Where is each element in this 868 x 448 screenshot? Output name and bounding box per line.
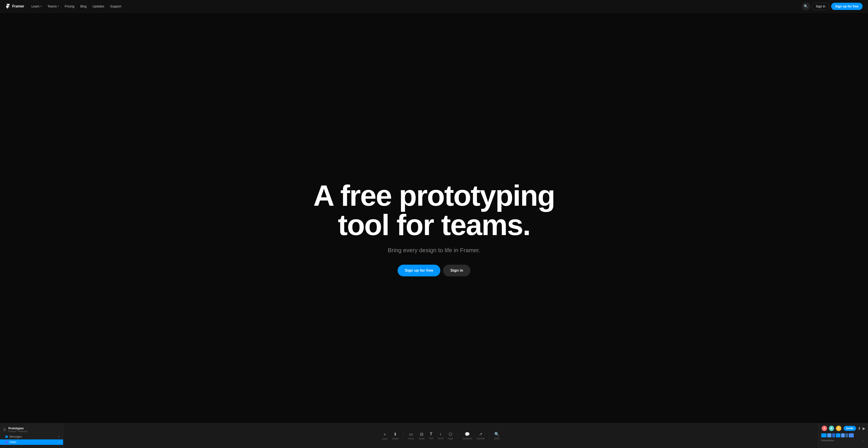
layer-label: Messages [9,435,22,438]
tool-comment[interactable]: 💬 Comment [463,432,472,440]
tool-scroll[interactable]: ↕ Scroll [438,432,443,440]
tool-stack[interactable]: ⊟ Stack [419,432,425,440]
layer-dot-icon [5,441,8,443]
project-info: Prototypes Framer / Release [8,426,28,433]
hero-signup-button[interactable]: Sign up for free [398,265,440,276]
tool-import[interactable]: ⬇ Import [392,432,399,440]
hero-subtitle: Bring every design to life in Framer. [388,247,480,254]
interactions-label-text: Interactions [821,439,834,442]
tool-text[interactable]: T Text [429,432,433,440]
framer-logo-icon [5,4,10,9]
interaction-bars [821,433,865,437]
nav-teams[interactable]: Teams ▾ [45,3,61,9]
avatar-2: B [829,425,835,432]
interaction-bar-4 [836,433,840,437]
text-icon: T [430,432,432,437]
import-icon: ⬇ [394,432,397,437]
tool-insert[interactable]: ＋ Insert [382,432,388,440]
share-icon[interactable]: ⬆ [858,426,861,430]
hero-title: A free prototyping tool for teams. [310,181,558,240]
nav-signup-button[interactable]: Sign up for free [831,3,863,10]
interactions-row: Interactions ＋ [821,438,865,442]
search-icon: 🔍 [804,4,808,8]
tool-frame[interactable]: ▭ Frame [408,432,414,440]
teams-chevron-icon: ▾ [58,5,59,7]
nav-updates[interactable]: Updates [90,3,107,9]
search-button[interactable]: 🔍 [802,2,810,10]
toolbar-separator-2 [458,433,458,439]
nav-learn[interactable]: Learn ▾ [29,3,44,9]
layer-dot-icon [5,436,8,438]
nav-signin-button[interactable]: Sign in [812,3,829,10]
avatar-3: C [835,425,842,432]
nav-links: Learn ▾ Teams ▾ Pricing Blog Updates Sup… [29,3,801,9]
nav-blog[interactable]: Blog [78,3,89,9]
nav-support[interactable]: Support [107,3,124,9]
toolbar-separator [403,433,403,439]
invite-button[interactable]: Invite [844,426,856,431]
nav-right: 🔍 Sign in Sign up for free [802,2,863,10]
play-icon[interactable]: ▶ [863,426,865,430]
logo-text: Framer [12,4,24,8]
scroll-icon: ↕ [439,432,441,437]
project-name: Prototypes [8,426,28,430]
project-header: ☰ Prototypes Framer / Release [0,425,63,434]
hero-section: A free prototyping tool for teams. Bring… [0,0,868,448]
tool-page[interactable]: ⬡ Page [448,432,453,440]
page-icon: ⬡ [449,432,452,437]
layers-panel: ☰ Prototypes Framer / Release Messages ⊙… [0,423,63,448]
tool-zoom[interactable]: 🔍 100% [494,432,500,440]
layer-video[interactable]: Video → [0,440,63,445]
comment-icon: 💬 [465,432,470,437]
layer-label: Video [9,441,16,444]
editor-preview: ☰ Prototypes Framer / Release Messages ⊙… [0,423,868,448]
avatar-row: A B C Invite ⬆ ▶ [821,425,865,432]
interaction-bar-3 [832,433,835,437]
interaction-bar-5 [841,433,845,437]
hero-buttons: Sign up for free Sign in [398,265,470,276]
toolbar: ＋ Insert ⬇ Import ▭ Frame ⊟ Stack T Text… [63,423,818,448]
project-path: Framer / Release [8,430,28,433]
learn-chevron-icon: ▾ [40,5,41,7]
frame-icon: ▭ [409,432,413,437]
toolbar-tools: ＋ Insert ⬇ Import ▭ Frame ⊟ Stack T Text… [382,432,500,440]
interaction-bar-7 [849,433,854,437]
logo-link[interactable]: Framer [5,4,24,9]
interactions-add-icon[interactable]: ＋ [862,438,865,442]
interaction-bar-1 [821,433,827,437]
navbar: Framer Learn ▾ Teams ▾ Pricing Blog Upda… [0,0,868,13]
zoom-icon: 🔍 [494,432,499,437]
insert-icon: ＋ [383,432,387,437]
layer-arrow-icon: → [57,441,60,444]
menu-icon[interactable]: ☰ [3,428,6,432]
avatar-1: A [821,425,828,432]
layer-messages[interactable]: Messages ⊙ [0,434,63,440]
stack-icon: ⊟ [420,432,423,437]
hero-signin-button[interactable]: Sign in [443,265,470,276]
interaction-bar-2 [827,433,831,437]
right-panel: A B C Invite ⬆ ▶ Interactions ＋ [818,423,868,448]
layer-badge-icon: ⊙ [58,435,60,438]
handoff-icon: ↗ [479,432,483,437]
interaction-bar-6 [845,433,848,437]
nav-pricing[interactable]: Pricing [62,3,77,9]
tool-handoff[interactable]: ↗ Handoff [477,432,485,440]
